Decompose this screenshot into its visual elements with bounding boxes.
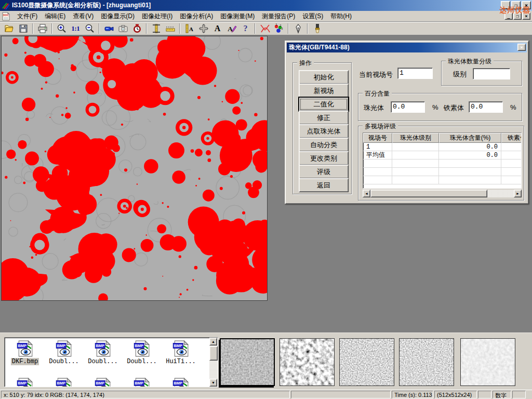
curve-tool-icon[interactable] [258, 22, 272, 35]
file-item[interactable] [162, 377, 200, 387]
file-item[interactable]: Doubl... [45, 340, 83, 365]
main-toolbar: 1:1 A A A ? 123 [0, 22, 532, 35]
change-class-button[interactable]: 更改类别 [299, 151, 349, 165]
app-icon [2, 2, 10, 10]
vendor-watermark: 达州仪器 [499, 6, 530, 15]
menu-view[interactable]: 查看(V) [69, 10, 97, 22]
auto-classify-button[interactable]: 自动分类 [299, 138, 349, 152]
pearlite-percent-unit: % [432, 103, 438, 111]
table-row[interactable]: 1 0.0 [363, 143, 521, 151]
save-icon[interactable] [16, 22, 30, 35]
caliper-vertical-icon[interactable] [149, 22, 163, 35]
file-list-scrollbar[interactable]: ▲ ▼ [209, 338, 218, 387]
file-item[interactable] [45, 377, 83, 387]
scroll-down-icon[interactable]: ▼ [209, 379, 217, 387]
cursor-coordinates: x: 510 y: 79 idx: 0 RGB: (174, 174, 174) [1, 391, 290, 398]
menu-image-analysis[interactable]: 图像分析(A) [176, 10, 217, 22]
pearlite-percent-input[interactable]: 0.0 [391, 101, 425, 113]
annotate-edit-icon[interactable]: A [224, 22, 238, 35]
file-item[interactable] [123, 377, 161, 387]
ferrite-percent-input[interactable]: 0.0 [469, 101, 503, 113]
thumbnail-5[interactable] [460, 338, 515, 386]
svg-text:1: 1 [275, 23, 277, 26]
correct-button[interactable]: 修正 [299, 111, 349, 125]
thumbnail-3[interactable] [339, 338, 394, 386]
count-points-icon[interactable]: 123 [272, 22, 286, 35]
menu-measure-report[interactable]: 测量报告(P) [258, 10, 299, 22]
cell-pearlite: 0.0 [439, 151, 501, 159]
paint-brush-icon[interactable] [310, 22, 324, 35]
metallographic-image-canvas[interactable] [1, 36, 268, 301]
zoom-in-icon[interactable] [55, 22, 69, 35]
col-pearlite-content: 珠光体含量(%) [439, 133, 501, 143]
bmp-file-icon [55, 340, 73, 357]
pearlite-dialog-titlebar[interactable]: 珠光体(GB/T9441-88) × [287, 43, 527, 52]
thumbnail-4[interactable] [399, 338, 454, 386]
file-list[interactable]: DKF.bmp Doubl... Doubl... Doubl... HuiTi… [4, 337, 218, 387]
table-row[interactable]: 平均值 0.0 [363, 151, 521, 159]
multi-field-rating-label: 多视场评级 [363, 122, 398, 131]
pearlite-dialog: 珠光体(GB/T9441-88) × 操作 初始化 新视场 二值化 修正 点取珠… [285, 41, 529, 204]
move-cross-icon[interactable] [196, 22, 210, 35]
open-folder-icon[interactable] [2, 22, 16, 35]
thumbnail-2[interactable] [280, 338, 335, 386]
rating-table[interactable]: 视场号 珠光体级别 珠光体含量(%) 铁素体 1 0.0 平均值 0.0 [363, 132, 522, 189]
scroll-up-icon[interactable]: ▲ [209, 338, 217, 345]
pearlite-dialog-title: 珠光体(GB/T9441-88) [289, 43, 350, 52]
video-camera-icon[interactable] [102, 22, 116, 35]
file-item[interactable]: Doubl... [84, 340, 122, 365]
timer-clock-icon[interactable] [130, 22, 144, 35]
table-horizontal-scrollbar[interactable]: ◄ ► [363, 190, 522, 197]
menu-image-measure[interactable]: 图像测量(M) [217, 10, 258, 22]
initialize-button[interactable]: 初始化 [299, 70, 349, 84]
scroll-left-icon[interactable]: ◄ [363, 190, 370, 197]
menu-file[interactable]: 文件(F) [14, 10, 41, 22]
file-item[interactable]: Doubl... [123, 340, 161, 365]
binarize-button[interactable]: 二值化 [299, 97, 349, 111]
return-button[interactable]: 返回 [299, 178, 349, 192]
scrollbar-thumb[interactable] [370, 190, 487, 197]
ferrite-percent-label: 铁素体 [444, 103, 464, 113]
zoom-out-icon[interactable] [83, 22, 97, 35]
file-item[interactable]: HuiTi... [162, 340, 200, 365]
cell-field: 平均值 [363, 151, 392, 159]
file-item[interactable]: DKF.bmp [6, 340, 44, 365]
col-field-number: 视场号 [363, 133, 392, 143]
operations-group-label: 操作 [297, 59, 314, 68]
file-item[interactable] [6, 377, 44, 387]
help-icon[interactable]: ? [238, 22, 252, 35]
svg-text:A: A [189, 26, 193, 32]
dialog-close-icon[interactable]: × [517, 44, 526, 51]
grade-input[interactable] [473, 68, 510, 79]
cell-field: 1 [363, 143, 392, 151]
status-spacer [512, 391, 526, 398]
menu-edit[interactable]: 编辑(E) [41, 10, 69, 22]
menu-image-process[interactable]: 图像处理(I) [138, 10, 176, 22]
file-name: DKF.bmp [11, 358, 39, 365]
bmp-file-icon [133, 340, 151, 357]
zoom-actual-icon[interactable]: 1:1 [69, 22, 83, 35]
col-ferrite-content: 铁素体 [501, 133, 522, 143]
ruler-horizontal-icon[interactable] [163, 22, 177, 35]
text-tool-icon[interactable]: A [210, 22, 224, 35]
print-icon[interactable] [35, 22, 49, 35]
status-spacer [478, 391, 491, 398]
file-item[interactable] [84, 377, 122, 387]
pick-pearlite-button[interactable]: 点取珠光体 [299, 124, 349, 138]
toolbar-separator [307, 23, 308, 34]
pen-nib-icon[interactable] [291, 22, 305, 35]
new-field-button[interactable]: 新视场 [299, 84, 349, 98]
document-icon[interactable]: DOC [2, 12, 10, 21]
caliper-label-icon[interactable]: A [182, 22, 196, 35]
scroll-right-icon[interactable]: ► [514, 190, 522, 197]
rate-button[interactable]: 评级 [299, 165, 349, 179]
menu-image-display[interactable]: 图像显示(D) [97, 10, 138, 22]
thumbnail-1[interactable] [220, 338, 275, 386]
current-field-input[interactable]: 1 [397, 68, 433, 79]
toolbar-separator [51, 23, 52, 34]
menu-help[interactable]: 帮助(H) [327, 10, 355, 22]
capture-camera-icon[interactable] [116, 22, 130, 35]
menu-settings[interactable]: 设置(S) [299, 10, 327, 22]
scrollbar-thumb[interactable] [209, 346, 218, 361]
operations-group: 操作 初始化 新视场 二值化 修正 点取珠光体 自动分类 更改类别 评级 返回 [292, 62, 352, 194]
